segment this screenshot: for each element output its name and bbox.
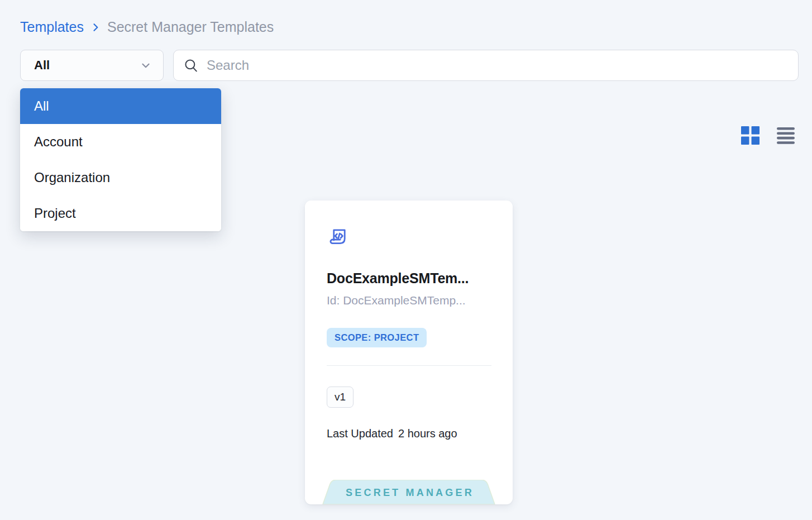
last-updated-label: Last Updated	[327, 427, 393, 440]
module-tag: SECRET MANAGER	[322, 480, 496, 504]
divider	[327, 365, 491, 366]
template-card[interactable]: DocExampleSMTem... Id: DocExampleSMTemp.…	[305, 201, 513, 504]
last-updated: Last Updated 2 hours ago	[327, 427, 491, 440]
breadcrumb-link-templates[interactable]: Templates	[20, 19, 84, 35]
search-icon	[184, 58, 198, 73]
list-icon	[777, 127, 795, 144]
scope-filter-dropdown[interactable]: All	[20, 50, 164, 81]
template-name: DocExampleSMTem...	[327, 270, 491, 287]
template-id: Id: DocExampleSMTemp...	[327, 294, 491, 307]
menu-item-organization[interactable]: Organization	[20, 160, 221, 195]
menu-item-all[interactable]: All	[20, 88, 221, 124]
last-updated-value: 2 hours ago	[398, 427, 457, 440]
scope-filter-menu: All Account Organization Project	[20, 88, 221, 231]
search-box	[173, 50, 799, 81]
module-tag-label: SECRET MANAGER	[346, 487, 474, 498]
list-view-button[interactable]	[777, 127, 795, 144]
breadcrumb: Templates Secret Manager Templates	[20, 19, 274, 35]
chevron-down-icon	[140, 59, 152, 71]
grid-view-button[interactable]	[741, 126, 760, 145]
view-toggle	[741, 126, 795, 145]
template-script-icon	[327, 226, 491, 248]
grid-icon	[741, 126, 760, 145]
menu-item-account[interactable]: Account	[20, 124, 221, 160]
breadcrumb-current: Secret Manager Templates	[107, 19, 274, 35]
chevron-right-icon	[90, 22, 101, 33]
version-chip[interactable]: v1	[327, 387, 354, 408]
scope-badge: SCOPE: PROJECT	[327, 328, 427, 347]
search-input[interactable]	[207, 58, 788, 73]
scope-filter-value: All	[34, 58, 50, 73]
menu-item-project[interactable]: Project	[20, 195, 221, 231]
